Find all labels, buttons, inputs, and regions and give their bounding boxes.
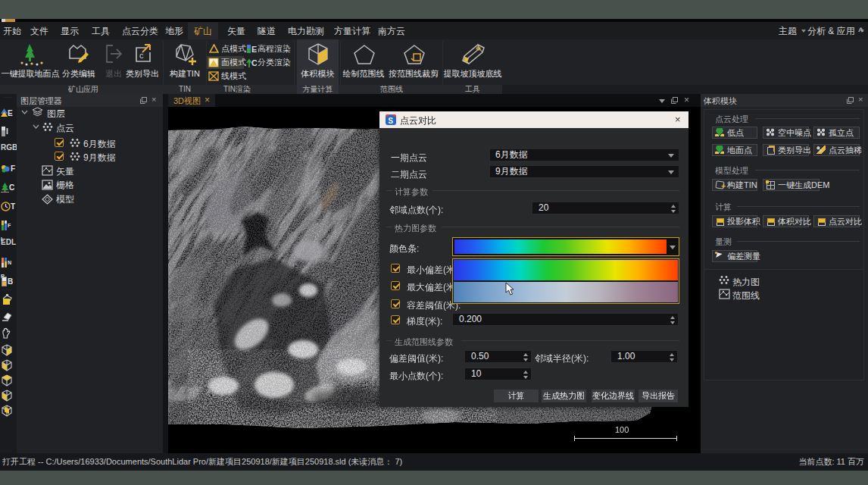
svg-text:C: C	[251, 58, 257, 67]
svg-text:E: E	[251, 45, 257, 54]
svg-text:S: S	[389, 117, 394, 125]
